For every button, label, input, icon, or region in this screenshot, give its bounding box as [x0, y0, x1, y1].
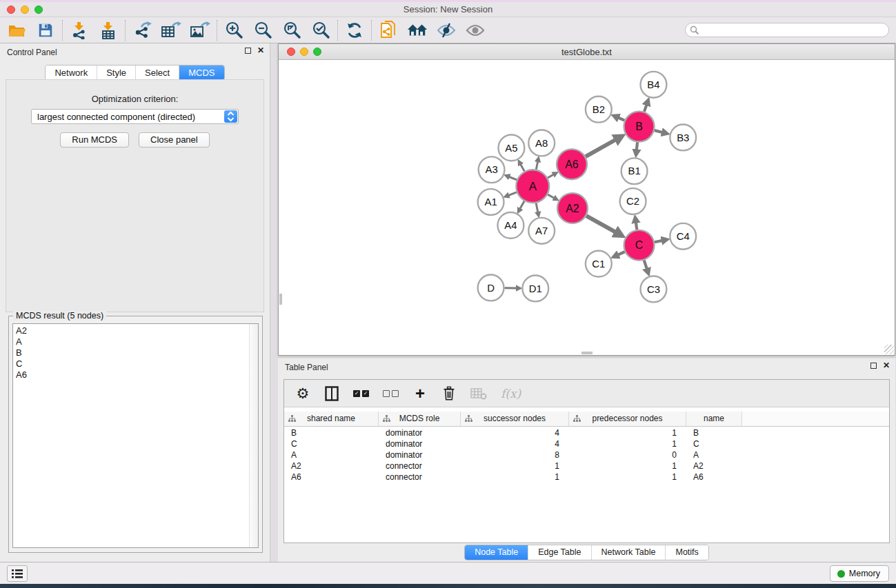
- show-columns-button[interactable]: [324, 385, 339, 402]
- table-settings-button[interactable]: ⚙: [295, 385, 310, 402]
- tab-node-table[interactable]: Node Table: [465, 545, 528, 560]
- close-table-panel-icon[interactable]: ✕: [883, 362, 890, 369]
- select-all-columns-button[interactable]: ✓ ✓: [353, 385, 369, 402]
- cell-successor[interactable]: 8: [461, 449, 569, 460]
- cell-mcds-role[interactable]: dominator: [379, 427, 461, 438]
- tab-edge-table[interactable]: Edge Table: [528, 545, 590, 560]
- zoom-selected-button[interactable]: [310, 21, 331, 40]
- cell-name[interactable]: A2: [686, 460, 742, 472]
- list-item[interactable]: A2: [16, 325, 258, 336]
- tab-mcds[interactable]: MCDS: [179, 65, 223, 80]
- cell-mcds-role[interactable]: dominator: [379, 438, 461, 449]
- table-row[interactable]: B dominator 4 1 B: [284, 427, 889, 438]
- zoom-out-button[interactable]: [252, 21, 273, 40]
- tab-style[interactable]: Style: [97, 65, 135, 80]
- cell-name[interactable]: A: [686, 449, 742, 460]
- graph-node-C3[interactable]: C3: [641, 276, 667, 303]
- cell-shared-name[interactable]: A: [284, 449, 379, 460]
- graph-node-A5[interactable]: A5: [499, 134, 525, 161]
- table-row[interactable]: A dominator 8 0 A: [284, 449, 889, 460]
- network-graph[interactable]: AA1A2A3A4A5A6A7A8BB1B2B3B4CC1C2C3C4DD1: [279, 61, 894, 354]
- graph-node-D[interactable]: D: [478, 275, 504, 301]
- cell-predecessor[interactable]: 1: [569, 438, 686, 449]
- column-header-successor-nodes[interactable]: successor nodes: [461, 412, 569, 426]
- open-file-button[interactable]: [6, 21, 27, 40]
- column-header-shared-name[interactable]: shared name: [284, 412, 379, 426]
- tab-network[interactable]: Network: [46, 65, 97, 80]
- zoom-fit-button[interactable]: [281, 21, 302, 40]
- graph-node-C1[interactable]: C1: [586, 251, 612, 277]
- hide-graphics-details-button[interactable]: [436, 21, 457, 40]
- graph-node-A8[interactable]: A8: [528, 130, 555, 156]
- mcds-result-list[interactable]: A2 A B C A6: [12, 323, 259, 548]
- tab-network-table[interactable]: Network Table: [591, 545, 666, 560]
- export-table-button[interactable]: [161, 21, 181, 40]
- resize-grip-icon[interactable]: [884, 345, 894, 354]
- graph-node-A7[interactable]: A7: [528, 218, 555, 244]
- cell-predecessor[interactable]: 1: [569, 472, 686, 483]
- zoom-in-button[interactable]: [223, 21, 244, 40]
- column-header-predecessor-nodes[interactable]: predecessor nodes: [569, 412, 686, 426]
- create-column-button[interactable]: +: [412, 385, 428, 402]
- float-panel-icon[interactable]: [245, 48, 251, 54]
- network-from-file-button[interactable]: [378, 21, 399, 40]
- cell-successor[interactable]: 4: [461, 438, 569, 449]
- table-row[interactable]: A2 connector 1 1 A2: [284, 460, 889, 472]
- graph-node-C[interactable]: C: [624, 230, 655, 261]
- cell-mcds-role[interactable]: dominator: [379, 449, 461, 460]
- graph-node-A1[interactable]: A1: [478, 189, 504, 215]
- horizontal-scroll-indicator[interactable]: [581, 352, 593, 354]
- unselect-all-columns-button[interactable]: [383, 385, 399, 402]
- float-table-panel-icon[interactable]: [870, 363, 877, 369]
- graph-node-B[interactable]: B: [624, 112, 655, 142]
- network-search-field[interactable]: [685, 23, 889, 37]
- delete-column-button[interactable]: [441, 385, 457, 402]
- cell-shared-name[interactable]: A2: [284, 460, 379, 472]
- column-header-name[interactable]: name: [686, 412, 742, 426]
- network-canvas[interactable]: AA1A2A3A4A5A6A7A8BB1B2B3B4CC1C2C3C4DD1: [279, 61, 894, 354]
- tab-motifs[interactable]: Motifs: [665, 545, 708, 560]
- cell-successor[interactable]: 1: [461, 472, 569, 483]
- table-row[interactable]: C dominator 4 1 C: [284, 438, 889, 449]
- save-session-button[interactable]: [35, 21, 56, 40]
- show-graphics-details-button[interactable]: [465, 21, 486, 40]
- export-network-button[interactable]: [132, 21, 152, 40]
- import-network-button[interactable]: [69, 21, 90, 40]
- cell-mcds-role[interactable]: connector: [379, 460, 461, 472]
- import-table-button[interactable]: [98, 21, 119, 40]
- home-views-button[interactable]: [407, 21, 428, 40]
- cell-predecessor[interactable]: 0: [569, 449, 686, 460]
- criterion-dropdown[interactable]: largest connected component (directed): [31, 109, 239, 124]
- list-item[interactable]: B: [16, 347, 258, 358]
- graph-node-A[interactable]: A: [516, 170, 549, 203]
- cell-name[interactable]: B: [686, 427, 742, 438]
- cell-mcds-role[interactable]: connector: [379, 472, 461, 483]
- graph-node-A6[interactable]: A6: [557, 149, 587, 179]
- refresh-button[interactable]: [344, 21, 365, 40]
- graph-node-C2[interactable]: C2: [620, 188, 646, 214]
- cell-shared-name[interactable]: B: [284, 427, 379, 438]
- graph-node-C4[interactable]: C4: [670, 223, 696, 250]
- cell-shared-name[interactable]: C: [284, 438, 379, 449]
- close-panel-button[interactable]: Close panel: [139, 132, 210, 148]
- graph-node-A4[interactable]: A4: [498, 212, 524, 239]
- cell-predecessor[interactable]: 1: [569, 460, 686, 472]
- run-mcds-button[interactable]: Run MCDS: [60, 132, 129, 148]
- cell-successor[interactable]: 4: [461, 427, 569, 438]
- cell-shared-name[interactable]: A6: [284, 472, 379, 483]
- task-history-button[interactable]: [7, 565, 28, 582]
- graph-node-A2[interactable]: A2: [557, 193, 588, 223]
- list-item[interactable]: C: [16, 358, 258, 369]
- graph-node-A3[interactable]: A3: [479, 156, 505, 183]
- cell-successor[interactable]: 1: [461, 460, 569, 472]
- vertical-scroll-indicator[interactable]: [279, 294, 282, 305]
- search-input[interactable]: [699, 26, 888, 35]
- list-item[interactable]: A: [16, 336, 258, 347]
- list-item[interactable]: A6: [16, 369, 258, 381]
- result-scrollbar[interactable]: [249, 324, 258, 547]
- cell-name[interactable]: C: [686, 438, 742, 449]
- export-image-button[interactable]: [190, 21, 210, 40]
- memory-button[interactable]: Memory: [830, 565, 889, 582]
- cell-name[interactable]: A6: [686, 472, 742, 483]
- graph-node-B4[interactable]: B4: [641, 72, 667, 98]
